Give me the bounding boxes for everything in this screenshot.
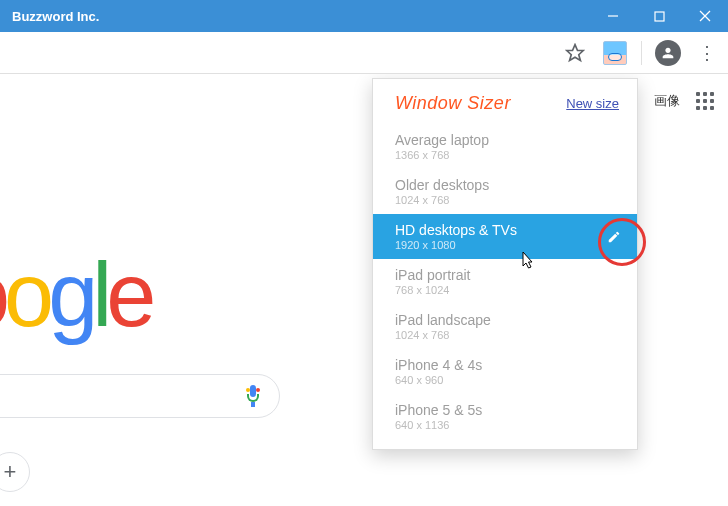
google-apps-icon[interactable] xyxy=(696,92,714,110)
size-preset-label: HD desktops & TVs xyxy=(395,222,615,238)
size-preset-list: Average laptop1366 x 768Older desktops10… xyxy=(373,124,637,449)
new-size-link[interactable]: New size xyxy=(566,96,619,111)
size-preset-label: iPad portrait xyxy=(395,267,615,283)
size-preset-label: Older desktops xyxy=(395,177,615,193)
size-preset-dimensions: 768 x 1024 xyxy=(395,284,615,296)
size-preset-dimensions: 1024 x 768 xyxy=(395,329,615,341)
size-preset-dimensions: 640 x 960 xyxy=(395,374,615,386)
size-preset-dimensions: 640 x 1136 xyxy=(395,419,615,431)
window-title: Buzzword Inc. xyxy=(12,9,99,24)
window-sizer-extension-icon[interactable] xyxy=(601,39,629,67)
window-controls xyxy=(590,0,728,32)
browser-toolbar: ⋮ xyxy=(0,32,728,74)
size-preset-dimensions: 1024 x 768 xyxy=(395,194,615,206)
window-maximize-button[interactable] xyxy=(636,0,682,32)
google-top-nav: 画像 xyxy=(654,92,714,110)
size-preset-label: Average laptop xyxy=(395,132,615,148)
edit-preset-icon[interactable] xyxy=(607,230,621,244)
size-preset-item[interactable]: Older desktops1024 x 768 xyxy=(373,169,637,214)
voice-search-icon[interactable] xyxy=(245,385,261,407)
profile-avatar[interactable] xyxy=(654,39,682,67)
size-preset-label: iPhone 4 & 4s xyxy=(395,357,615,373)
size-preset-label: iPad landscape xyxy=(395,312,615,328)
popup-header: Window Sizer New size xyxy=(373,79,637,124)
google-search-input[interactable]: 力 xyxy=(0,374,280,418)
window-sizer-popup: Window Sizer New size Average laptop1366… xyxy=(372,78,638,450)
window-close-button[interactable] xyxy=(682,0,728,32)
browser-menu-icon[interactable]: ⋮ xyxy=(694,42,720,64)
size-preset-item[interactable]: iPhone 5 & 5s640 x 1136 xyxy=(373,394,637,439)
bookmark-star-icon[interactable] xyxy=(561,39,589,67)
size-preset-item[interactable]: iPad portrait768 x 1024 xyxy=(373,259,637,304)
size-preset-label: iPhone 5 & 5s xyxy=(395,402,615,418)
size-preset-item[interactable]: Average laptop1366 x 768 xyxy=(373,124,637,169)
size-preset-item[interactable]: HD desktops & TVs1920 x 1080 xyxy=(373,214,637,259)
google-images-link[interactable]: 画像 xyxy=(654,92,680,110)
size-preset-item[interactable]: iPhone 4 & 4s640 x 960 xyxy=(373,349,637,394)
add-shortcut-button[interactable]: + xyxy=(0,452,30,492)
window-minimize-button[interactable] xyxy=(590,0,636,32)
google-logo: oogle xyxy=(0,244,150,347)
svg-rect-1 xyxy=(655,12,664,21)
window-titlebar: Buzzword Inc. xyxy=(0,0,728,32)
size-preset-item[interactable]: iPad landscape1024 x 768 xyxy=(373,304,637,349)
size-preset-dimensions: 1366 x 768 xyxy=(395,149,615,161)
size-preset-dimensions: 1920 x 1080 xyxy=(395,239,615,251)
svg-marker-4 xyxy=(567,44,584,60)
toolbar-divider xyxy=(641,41,642,65)
popup-title: Window Sizer xyxy=(395,93,511,114)
content-area: 画像 oogle 力 + Window Sizer New size Avera… xyxy=(0,74,728,506)
